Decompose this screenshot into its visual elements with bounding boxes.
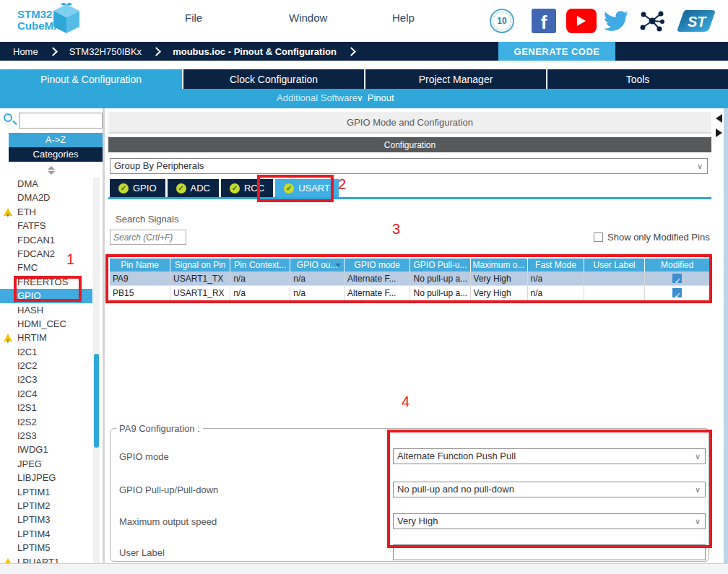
modified-checkbox[interactable] bbox=[672, 288, 682, 297]
group-by-select[interactable]: Group By Peripherals bbox=[110, 158, 708, 174]
sidebar-item-dma[interactable]: DMA bbox=[0, 177, 92, 191]
additional-software-link[interactable]: Additional Software bbox=[277, 92, 358, 103]
peripheral-tab-rcc[interactable]: ✓RCC bbox=[221, 179, 273, 197]
peripheral-tab-usart[interactable]: ✓USART bbox=[275, 179, 339, 197]
sidebar-item-gpio[interactable]: GPIO bbox=[0, 289, 92, 303]
max-output-speed-select[interactable]: Very High bbox=[393, 513, 706, 529]
chevron-right-icon bbox=[347, 47, 356, 56]
peripheral-tab-adc[interactable]: ✓ADC bbox=[168, 179, 219, 197]
pinout-subbar: Additional Software ∨Pinout bbox=[0, 89, 728, 108]
table-row-pa9[interactable]: PA9 USART1_TX n/a n/a Alternate F... No … bbox=[110, 271, 710, 286]
sidebar-item-fatfs[interactable]: FATFS bbox=[0, 219, 92, 232]
col-pin-context[interactable]: Pin Context... bbox=[230, 258, 290, 271]
sidebar-item-lptim1[interactable]: LPTIM1 bbox=[0, 485, 92, 499]
sidebar-item-hrtim[interactable]: HRTIM bbox=[0, 331, 92, 344]
sidebar-item-hash[interactable]: HASH bbox=[0, 303, 92, 317]
facebook-icon[interactable]: f bbox=[532, 9, 556, 33]
col-modified[interactable]: Modified bbox=[644, 258, 710, 271]
breadcrumb-home[interactable]: Home bbox=[13, 46, 38, 57]
menu-file[interactable]: File bbox=[185, 12, 202, 24]
st-community-icon[interactable] bbox=[640, 9, 664, 33]
sidebar-item-i2s3[interactable]: I2S3 bbox=[0, 429, 92, 443]
col-signal-on-pin[interactable]: Signal on Pin bbox=[170, 258, 230, 271]
check-circle-icon: ✓ bbox=[118, 183, 129, 193]
tab-pinout-configuration[interactable]: Pinout & Configuration bbox=[0, 69, 182, 89]
collapse-left-icon[interactable] bbox=[716, 114, 722, 123]
sidebar-item-fdcan2[interactable]: FDCAN2 bbox=[0, 247, 92, 261]
col-pin-name[interactable]: Pin Name bbox=[110, 258, 170, 271]
chevron-right-icon bbox=[48, 47, 58, 56]
sidebar-item-i2c3[interactable]: I2C3 bbox=[0, 373, 92, 386]
sidebar-item-hdmi-cec[interactable]: HDMI_CEC bbox=[0, 317, 92, 331]
sidebar-item-freertos[interactable]: FREERTOS bbox=[0, 275, 92, 289]
sidebar-item-i2c2[interactable]: I2C2 bbox=[0, 359, 92, 373]
tab-project-manager[interactable]: Project Manager bbox=[364, 69, 546, 89]
sidebar-item-eth[interactable]: ETH bbox=[0, 205, 92, 219]
twitter-icon[interactable] bbox=[604, 9, 628, 33]
tab-tools[interactable]: Tools bbox=[546, 69, 728, 89]
menu-help[interactable]: Help bbox=[392, 12, 415, 24]
col-gpio-output[interactable]: GPIO ou... bbox=[290, 258, 344, 271]
sort-toggle-icon[interactable] bbox=[48, 166, 55, 175]
sidebar-item-lptim2[interactable]: LPTIM2 bbox=[0, 499, 92, 513]
sidebar-item-dma2d[interactable]: DMA2D bbox=[0, 191, 92, 204]
sidebar-item-i2c4[interactable]: I2C4 bbox=[0, 387, 92, 401]
gpio-config-panel: GPIO Mode and Configuration Configuratio… bbox=[107, 108, 711, 563]
logo-text-stm32: STM32 bbox=[17, 8, 52, 20]
col-gpio-pull[interactable]: GPIO Pull-u... bbox=[410, 258, 469, 271]
chevron-down-icon: ∨ bbox=[357, 93, 363, 103]
user-label-label: User Label bbox=[119, 547, 165, 558]
breadcrumb-mcu[interactable]: STM32H750IBKx bbox=[69, 46, 142, 57]
warning-icon bbox=[4, 334, 12, 342]
st-logo-icon[interactable]: ST bbox=[676, 9, 716, 33]
generate-code-button[interactable]: GENERATE CODE bbox=[498, 42, 615, 61]
peripheral-list: DMA DMA2D ETH FATFS FDCAN1 FDCAN2 FMC FR… bbox=[0, 177, 92, 563]
search-icon bbox=[4, 113, 12, 122]
scrollbar-thumb[interactable] bbox=[94, 354, 99, 448]
youtube-icon[interactable] bbox=[566, 9, 597, 33]
sidebar-item-lptim4[interactable]: LPTIM4 bbox=[0, 527, 92, 541]
breadcrumb-project[interactable]: moubus.ioc - Pinout & Configuration bbox=[173, 46, 337, 57]
user-label-input[interactable] bbox=[393, 544, 706, 560]
sidebar-item-fmc[interactable]: FMC bbox=[0, 261, 92, 274]
pinout-dropdown[interactable]: ∨Pinout bbox=[357, 92, 394, 103]
col-fast-mode[interactable]: Fast Mode bbox=[527, 258, 584, 271]
sidebar-item-lptim5[interactable]: LPTIM5 bbox=[0, 541, 92, 555]
sort-az-button[interactable]: A->Z bbox=[9, 133, 103, 147]
stm32cubemx-window: STM32 CubeMX File Window Help 10 f bbox=[0, 0, 728, 574]
gpio-pull-select[interactable]: No pull-up and no pull-down bbox=[393, 482, 706, 497]
collapse-right-icon[interactable] bbox=[716, 129, 722, 137]
sidebar-item-lptim3[interactable]: LPTIM3 bbox=[0, 513, 92, 526]
col-user-label[interactable]: User Label bbox=[584, 258, 644, 271]
pa9-configuration-group: PA9 Configuration : GPIO mode Alternate … bbox=[110, 423, 709, 562]
signals-search-input[interactable] bbox=[110, 230, 186, 245]
modified-pins-label: Show only Modified Pins bbox=[607, 232, 710, 243]
sidebar-search-input[interactable] bbox=[19, 113, 103, 129]
categories-button[interactable]: Categories bbox=[9, 147, 103, 162]
sidebar-scrollbar[interactable] bbox=[93, 177, 100, 563]
modified-checkbox[interactable] bbox=[672, 274, 682, 283]
sidebar-item-fdcan1[interactable]: FDCAN1 bbox=[0, 233, 92, 247]
table-header-row: Pin Name Signal on Pin Pin Context... GP… bbox=[110, 258, 710, 271]
sidebar-item-i2c1[interactable]: I2C1 bbox=[0, 345, 92, 359]
ten-years-badge-icon[interactable]: 10 bbox=[490, 9, 514, 33]
top-menu-bar: STM32 CubeMX File Window Help 10 f bbox=[0, 0, 728, 42]
col-gpio-mode[interactable]: GPIO mode bbox=[344, 258, 410, 271]
show-only-modified-pins[interactable]: Show only Modified Pins bbox=[594, 232, 710, 243]
warning-icon bbox=[4, 558, 12, 563]
tab-clock-configuration[interactable]: Clock Configuration bbox=[182, 69, 364, 89]
sidebar-item-lpuart1[interactable]: LPUART1 bbox=[0, 555, 92, 563]
sidebar-item-i2s2[interactable]: I2S2 bbox=[0, 415, 92, 429]
sidebar-item-iwdg1[interactable]: IWDG1 bbox=[0, 443, 92, 456]
gpio-mode-select[interactable]: Alternate Function Push Pull bbox=[393, 448, 706, 464]
sidebar-item-jpeg[interactable]: JPEG bbox=[0, 457, 92, 471]
table-row-pb15[interactable]: PB15 USART1_RX n/a n/a Alternate F... No… bbox=[110, 286, 710, 300]
peripheral-tab-gpio[interactable]: ✓GPIO bbox=[110, 179, 165, 197]
gpio-mode-label: GPIO mode bbox=[119, 451, 169, 462]
sidebar-item-i2s1[interactable]: I2S1 bbox=[0, 401, 92, 414]
menu-window[interactable]: Window bbox=[289, 12, 327, 24]
col-maximum-output[interactable]: Maximum o... bbox=[470, 258, 527, 271]
modified-pins-checkbox[interactable] bbox=[594, 232, 603, 242]
breadcrumb: Home STM32H750IBKx moubus.ioc - Pinout &… bbox=[0, 42, 728, 61]
sidebar-item-libjpeg[interactable]: LIBJPEG bbox=[0, 471, 92, 484]
